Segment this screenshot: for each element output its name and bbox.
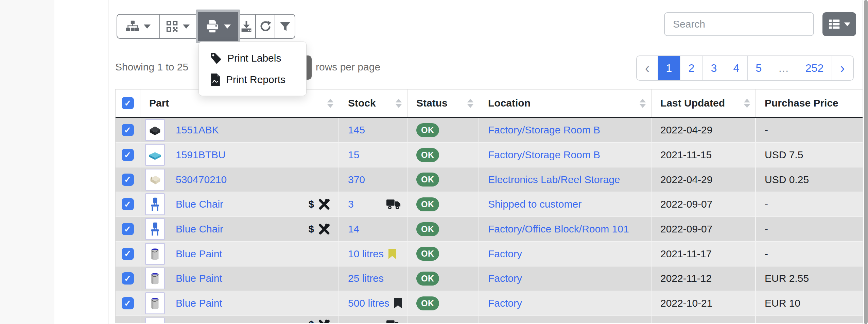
stock-actions-dropdown-button[interactable] [117,15,160,38]
part-link[interactable]: 1551ABK [176,124,219,136]
flag-yellow-icon [388,249,396,259]
part-link[interactable]: Blue Paint [176,248,222,260]
stock-link[interactable]: 145 [348,124,365,136]
stock-link[interactable]: 14 [348,223,359,235]
stock-link[interactable]: 370 [348,174,365,185]
paint-bucket-image [147,271,163,286]
filter-icon [280,21,291,32]
location-link[interactable]: Factory/Storage Room B [488,149,600,161]
print-dropdown-menu: Print Labels Print Reports [198,42,307,96]
part-link[interactable]: Blue Paint [176,273,222,284]
purchase-price-value: USD 0.25 [765,174,809,185]
column-header-stock[interactable]: Stock [339,90,407,117]
part-link[interactable]: Blue Chair [176,198,223,210]
barcode-actions-dropdown-button[interactable] [160,15,197,38]
filter-table-button[interactable] [275,15,295,38]
pagination-page-3[interactable]: 3 [703,56,725,80]
menu-item-print-labels[interactable]: Print Labels [199,47,306,69]
part-thumbnail[interactable] [145,292,165,314]
stock-link[interactable]: 15 [348,149,359,161]
pagination-ellipsis: … [770,56,797,80]
select-all-checkbox[interactable]: ✓ [122,97,134,109]
row-checkbox[interactable]: ✓ [122,297,134,309]
part-link[interactable]: 530470210 [176,174,227,185]
part-thumbnail[interactable] [145,144,165,166]
blue-chair-image [147,221,163,237]
table-row: ✓ Blue Paint 25 litres OK Factory 2022-1… [116,266,863,291]
row-checkbox[interactable]: ✓ [122,149,134,161]
row-checkbox[interactable]: ✓ [122,198,134,210]
pagination-page-2[interactable]: 2 [680,56,703,80]
last-updated-value: 2022-09-07 [660,198,712,210]
chevron-down-icon [224,25,231,29]
chevron-down-icon [844,22,850,26]
stock-link[interactable]: 10 litres [348,248,384,260]
status-badge: OK [416,222,439,236]
sort-icon[interactable] [640,99,646,108]
blue-tray-image [147,147,163,163]
pagination: ‹ 1 2 3 4 5 … 252 › [636,55,854,81]
part-link[interactable]: Blue Paint [176,297,222,309]
dollar-icon: $ [309,199,314,210]
status-badge: OK [416,247,439,261]
column-header-location[interactable]: Location [479,90,652,117]
tools-icon [318,223,330,235]
sort-icon[interactable] [744,99,750,108]
part-thumbnail[interactable] [145,119,165,141]
row-checkbox[interactable]: ✓ [122,174,134,186]
refresh-table-button[interactable] [256,15,275,38]
column-header-purchase-price[interactable]: Purchase Price [756,90,863,117]
part-link[interactable]: Blue Chair [176,223,223,235]
part-link[interactable]: 1591BTBU [176,149,226,161]
tag-icon [210,52,222,64]
stock-link[interactable]: 3 [348,198,354,210]
part-thumbnail[interactable] [145,218,165,240]
column-visibility-button[interactable] [822,12,856,36]
menu-item-print-reports[interactable]: Print Reports [199,69,306,90]
sitemap-icon [126,20,139,33]
location-link[interactable]: Shipped to customer [488,198,581,210]
row-checkbox[interactable]: ✓ [122,248,134,260]
location-link[interactable]: Factory [488,297,522,309]
status-badge: OK [416,197,439,211]
last-updated-value: 2022-09-07 [660,223,712,235]
pagination-next-button[interactable]: › [832,56,853,80]
location-link[interactable]: Factory/Office Block/Room 101 [488,223,629,235]
part-thumbnail[interactable] [145,268,165,289]
sort-icon[interactable] [327,99,333,108]
row-checkbox[interactable]: ✓ [122,223,134,235]
location-link[interactable]: Factory/Storage Room B [488,124,600,136]
pagination-page-1[interactable]: 1 [658,56,680,80]
location-link[interactable]: Electronics Lab/Reel Storage [488,174,620,185]
pagination-page-252[interactable]: 252 [797,56,832,80]
pagination-page-5[interactable]: 5 [748,56,770,80]
column-header-last-updated[interactable]: Last Updated [652,90,756,117]
row-checkbox[interactable]: ✓ [122,272,134,285]
last-updated-value: 2022-04-29 [660,124,712,136]
pagination-page-4[interactable]: 4 [725,56,748,80]
printing-actions-active-button[interactable] [196,10,240,43]
part-thumbnail[interactable] [145,243,165,265]
row-checkbox[interactable]: ✓ [122,124,134,136]
stock-link[interactable]: 25 litres [348,273,384,284]
pagination-prev-button[interactable]: ‹ [637,56,658,80]
stock-link[interactable]: 500 litres [348,297,389,309]
part-thumbnail[interactable] [145,318,165,323]
location-link[interactable]: Factory [488,248,522,260]
blue-chair-image [147,196,163,212]
part-thumbnail[interactable] [145,169,165,191]
status-badge: OK [416,173,439,187]
scroll-border [863,0,863,324]
location-link[interactable]: Factory [488,273,522,284]
search-input[interactable] [664,12,814,36]
last-updated-value: 2022-10-21 [660,297,712,309]
sort-icon[interactable] [396,99,402,108]
purchase-price-value: USD 7.5 [765,149,803,161]
status-badge: OK [416,272,439,286]
part-thumbnail[interactable] [145,193,165,215]
column-header-status[interactable]: Status [407,90,479,117]
blue-item-image [147,321,163,323]
panel-divider [108,0,108,324]
vertical-scrollbar[interactable] [864,0,868,324]
sort-icon[interactable] [467,99,473,108]
